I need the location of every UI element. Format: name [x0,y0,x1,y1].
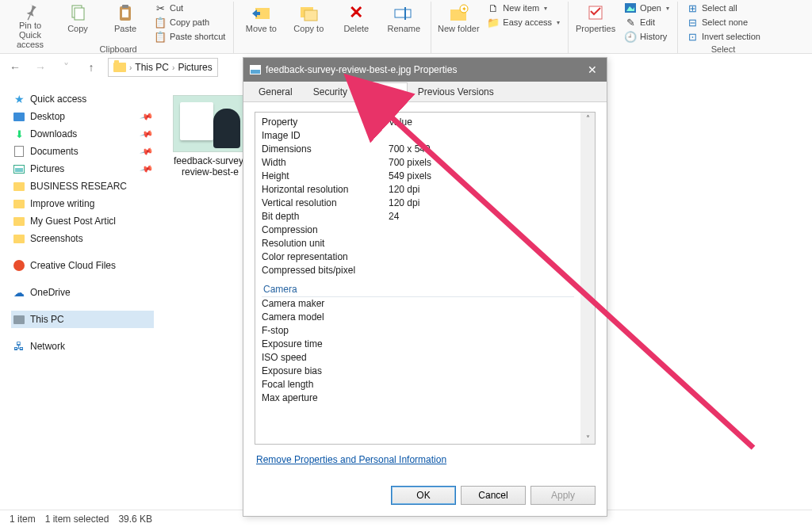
breadcrumb-pc[interactable]: This PC [135,62,169,73]
delete-icon: ✕ [345,2,367,24]
apply-button[interactable]: Apply [530,486,596,505]
scroll-up-icon[interactable]: ˄ [582,113,593,124]
pin-icon: 📌 [140,144,155,158]
new-folder-button[interactable]: ✦New folder [436,2,481,43]
file-item[interactable]: feedback-survey-review-best-e [167,95,254,178]
sidebar-this-pc[interactable]: This PC [11,311,154,328]
property-name: Compression [262,223,389,237]
details-row[interactable]: Horizontal resolution120 dpi [262,183,574,197]
pin-to-quick-access-button[interactable]: Pin to Quick access [8,2,52,43]
breadcrumb[interactable]: › This PC › Pictures [108,58,218,77]
remove-properties-link[interactable]: Remove Properties and Personal Informati… [255,445,596,468]
paste-shortcut-button[interactable]: 📋Paste shortcut [151,30,228,43]
details-row[interactable]: Camera maker [262,297,574,311]
details-row[interactable]: Focal length [262,378,574,391]
easy-access-button[interactable]: 📁Easy access▾ [484,16,563,29]
rename-button[interactable]: Rename [381,2,426,43]
breadcrumb-folder[interactable]: Pictures [178,62,212,73]
open-button[interactable]: Open▾ [621,2,672,14]
select-label: Select [683,43,764,56]
copy-to-button[interactable]: Copy to [286,2,331,43]
property-value: 120 dpi [389,183,574,197]
sidebar-folder[interactable]: BUSINESS RESEARC [11,178,154,195]
property-value: 700 x 549 [389,143,574,156]
details-row[interactable]: Bit depth24 [262,210,574,223]
recent-button[interactable]: ˅ [57,59,75,76]
ribbon: Pin to Quick access Copy Paste ✂Cut 📋Cop… [0,0,812,54]
rename-icon [393,2,415,24]
edit-button[interactable]: ✎Edit [621,16,672,29]
copy-button[interactable]: Copy [56,2,100,43]
details-row[interactable]: F-stop [262,324,574,338]
onedrive-icon: ☁ [13,286,25,299]
pin-icon: 📌 [140,162,155,176]
details-row[interactable]: Width700 pixels [262,156,574,170]
properties-button[interactable]: Properties [573,2,618,43]
history-button[interactable]: 🕘History [621,30,672,43]
folder-icon [13,232,25,245]
details-row[interactable]: Compression [262,223,574,237]
sidebar-creative-cloud[interactable]: Creative Cloud Files [11,257,154,274]
copy-path-icon: 📋 [154,16,167,29]
select-none-button[interactable]: ⊟Select none [683,16,764,29]
details-row[interactable]: Compressed bits/pixel [262,264,574,277]
up-button[interactable]: ↑ [82,59,100,76]
sidebar-onedrive[interactable]: ☁OneDrive [11,284,154,301]
pin-icon: 📌 [140,109,155,124]
folder-icon [13,180,25,193]
property-value: 24 [389,210,574,223]
chevron-down-icon: ▾ [666,5,669,12]
details-row[interactable]: Image ID [262,129,574,143]
status-selected: 1 item selected [45,514,109,525]
back-button[interactable]: ← [6,59,24,76]
details-list[interactable]: Property Value Image IDDimensions700 x 5… [255,112,596,445]
details-row[interactable]: Height549 pixels [262,170,574,183]
details-row[interactable]: Max aperture [262,391,574,405]
details-row[interactable]: Color representation [262,250,574,264]
sidebar-folder[interactable]: Improve writing [11,195,154,212]
details-camera-header: Camera [262,281,574,297]
invert-selection-button[interactable]: ⊡Invert selection [683,30,764,43]
details-row[interactable]: Resolution unit [262,237,574,250]
cut-button[interactable]: ✂Cut [151,2,228,14]
star-icon: ★ [13,93,25,105]
delete-button[interactable]: ✕Delete [334,2,378,43]
sidebar-quick-access[interactable]: ★Quick access [11,90,154,108]
close-button[interactable]: ✕ [584,63,600,76]
details-row[interactable]: Camera model [262,311,574,324]
scroll-down-icon[interactable]: ˅ [582,433,593,444]
svg-rect-3 [122,5,128,8]
tab-details[interactable]: Details [358,82,408,102]
details-row[interactable]: Dimensions700 x 549 [262,143,574,156]
tab-general[interactable]: General [248,82,303,101]
scrollbar[interactable]: ˄ ˅ [580,113,595,444]
property-name: F-stop [262,324,389,338]
details-row[interactable]: Exposure bias [262,365,574,378]
dialog-titlebar[interactable]: feedback-survey-review-best-e.jpg Proper… [243,58,607,82]
sidebar-pictures[interactable]: Pictures📌 [11,160,154,178]
cancel-button[interactable]: Cancel [461,486,526,505]
downloads-icon: ⬇ [13,128,25,140]
dialog-title: feedback-survey-review-best-e.jpg Proper… [266,64,457,75]
forward-button[interactable]: → [32,59,49,76]
tab-previous-versions[interactable]: Previous Versions [408,82,504,101]
new-item-button[interactable]: 🗋New item▾ [484,2,563,14]
desktop-icon [13,110,25,123]
sidebar-downloads[interactable]: ⬇Downloads📌 [11,125,154,143]
sidebar-desktop[interactable]: Desktop📌 [11,108,154,125]
dialog-body: Property Value Image IDDimensions700 x 5… [243,102,607,478]
details-header: Property Value [262,116,574,129]
sidebar-folder[interactable]: My Guest Post Articl [11,212,154,230]
select-all-button[interactable]: ⊞Select all [683,2,764,14]
sidebar-documents[interactable]: Documents📌 [11,143,154,160]
ok-button[interactable]: OK [391,486,456,505]
details-row[interactable]: ISO speed [262,351,574,365]
copy-path-button[interactable]: 📋Copy path [151,16,228,29]
details-row[interactable]: Exposure time [262,338,574,351]
move-to-button[interactable]: Move to [239,2,283,43]
tab-security[interactable]: Security [303,82,358,101]
sidebar-network[interactable]: 🖧Network [11,338,154,355]
sidebar-folder[interactable]: Screenshots [11,230,154,247]
paste-button[interactable]: Paste [103,2,147,43]
details-row[interactable]: Vertical resolution120 dpi [262,197,574,210]
